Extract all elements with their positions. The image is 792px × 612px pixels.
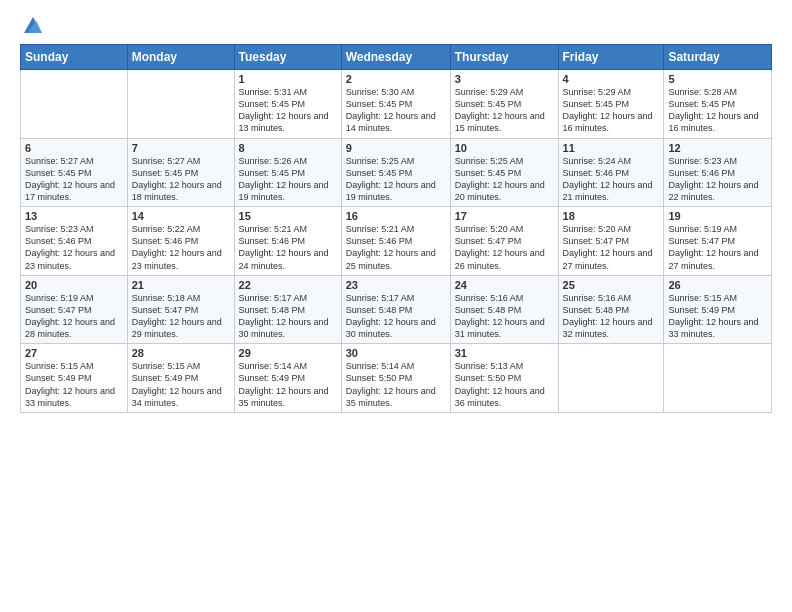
day-info: Sunrise: 5:25 AMSunset: 5:45 PMDaylight:… — [346, 155, 446, 204]
day-number: 6 — [25, 142, 123, 154]
page: SundayMondayTuesdayWednesdayThursdayFrid… — [0, 0, 792, 612]
day-info: Sunrise: 5:25 AMSunset: 5:45 PMDaylight:… — [455, 155, 554, 204]
day-info: Sunrise: 5:29 AMSunset: 5:45 PMDaylight:… — [455, 86, 554, 135]
calendar-cell: 29Sunrise: 5:14 AMSunset: 5:49 PMDayligh… — [234, 344, 341, 413]
day-info: Sunrise: 5:27 AMSunset: 5:45 PMDaylight:… — [25, 155, 123, 204]
calendar-cell: 2Sunrise: 5:30 AMSunset: 5:45 PMDaylight… — [341, 70, 450, 139]
calendar-cell — [664, 344, 772, 413]
calendar-cell — [127, 70, 234, 139]
logo — [20, 16, 42, 34]
day-number: 23 — [346, 279, 446, 291]
weekday-header-sunday: Sunday — [21, 45, 128, 70]
calendar-cell: 1Sunrise: 5:31 AMSunset: 5:45 PMDaylight… — [234, 70, 341, 139]
day-number: 4 — [563, 73, 660, 85]
day-number: 27 — [25, 347, 123, 359]
weekday-header-monday: Monday — [127, 45, 234, 70]
day-number: 28 — [132, 347, 230, 359]
day-info: Sunrise: 5:19 AMSunset: 5:47 PMDaylight:… — [25, 292, 123, 341]
day-info: Sunrise: 5:24 AMSunset: 5:46 PMDaylight:… — [563, 155, 660, 204]
day-number: 8 — [239, 142, 337, 154]
day-info: Sunrise: 5:16 AMSunset: 5:48 PMDaylight:… — [455, 292, 554, 341]
calendar-cell: 27Sunrise: 5:15 AMSunset: 5:49 PMDayligh… — [21, 344, 128, 413]
day-number: 26 — [668, 279, 767, 291]
weekday-header-saturday: Saturday — [664, 45, 772, 70]
calendar-cell: 22Sunrise: 5:17 AMSunset: 5:48 PMDayligh… — [234, 275, 341, 344]
calendar-cell: 8Sunrise: 5:26 AMSunset: 5:45 PMDaylight… — [234, 138, 341, 207]
day-info: Sunrise: 5:21 AMSunset: 5:46 PMDaylight:… — [239, 223, 337, 272]
day-number: 21 — [132, 279, 230, 291]
day-number: 14 — [132, 210, 230, 222]
day-number: 22 — [239, 279, 337, 291]
calendar-cell: 28Sunrise: 5:15 AMSunset: 5:49 PMDayligh… — [127, 344, 234, 413]
day-number: 24 — [455, 279, 554, 291]
weekday-header-friday: Friday — [558, 45, 664, 70]
calendar-cell: 6Sunrise: 5:27 AMSunset: 5:45 PMDaylight… — [21, 138, 128, 207]
calendar-cell: 5Sunrise: 5:28 AMSunset: 5:45 PMDaylight… — [664, 70, 772, 139]
day-info: Sunrise: 5:18 AMSunset: 5:47 PMDaylight:… — [132, 292, 230, 341]
day-number: 3 — [455, 73, 554, 85]
calendar-cell: 30Sunrise: 5:14 AMSunset: 5:50 PMDayligh… — [341, 344, 450, 413]
calendar-week-3: 13Sunrise: 5:23 AMSunset: 5:46 PMDayligh… — [21, 207, 772, 276]
calendar-cell: 13Sunrise: 5:23 AMSunset: 5:46 PMDayligh… — [21, 207, 128, 276]
day-info: Sunrise: 5:26 AMSunset: 5:45 PMDaylight:… — [239, 155, 337, 204]
day-number: 25 — [563, 279, 660, 291]
weekday-header-thursday: Thursday — [450, 45, 558, 70]
day-info: Sunrise: 5:20 AMSunset: 5:47 PMDaylight:… — [455, 223, 554, 272]
header — [20, 16, 772, 34]
calendar-cell: 7Sunrise: 5:27 AMSunset: 5:45 PMDaylight… — [127, 138, 234, 207]
day-number: 2 — [346, 73, 446, 85]
day-info: Sunrise: 5:15 AMSunset: 5:49 PMDaylight:… — [668, 292, 767, 341]
day-info: Sunrise: 5:19 AMSunset: 5:47 PMDaylight:… — [668, 223, 767, 272]
calendar-cell: 9Sunrise: 5:25 AMSunset: 5:45 PMDaylight… — [341, 138, 450, 207]
calendar-cell: 19Sunrise: 5:19 AMSunset: 5:47 PMDayligh… — [664, 207, 772, 276]
day-number: 12 — [668, 142, 767, 154]
calendar-cell — [21, 70, 128, 139]
day-info: Sunrise: 5:23 AMSunset: 5:46 PMDaylight:… — [668, 155, 767, 204]
day-number: 9 — [346, 142, 446, 154]
day-number: 20 — [25, 279, 123, 291]
calendar-cell: 24Sunrise: 5:16 AMSunset: 5:48 PMDayligh… — [450, 275, 558, 344]
calendar-cell: 16Sunrise: 5:21 AMSunset: 5:46 PMDayligh… — [341, 207, 450, 276]
day-info: Sunrise: 5:14 AMSunset: 5:50 PMDaylight:… — [346, 360, 446, 409]
day-number: 29 — [239, 347, 337, 359]
day-info: Sunrise: 5:27 AMSunset: 5:45 PMDaylight:… — [132, 155, 230, 204]
day-info: Sunrise: 5:21 AMSunset: 5:46 PMDaylight:… — [346, 223, 446, 272]
day-info: Sunrise: 5:23 AMSunset: 5:46 PMDaylight:… — [25, 223, 123, 272]
calendar-cell: 15Sunrise: 5:21 AMSunset: 5:46 PMDayligh… — [234, 207, 341, 276]
calendar-cell: 11Sunrise: 5:24 AMSunset: 5:46 PMDayligh… — [558, 138, 664, 207]
day-number: 19 — [668, 210, 767, 222]
day-number: 7 — [132, 142, 230, 154]
calendar-week-5: 27Sunrise: 5:15 AMSunset: 5:49 PMDayligh… — [21, 344, 772, 413]
calendar-cell: 25Sunrise: 5:16 AMSunset: 5:48 PMDayligh… — [558, 275, 664, 344]
calendar-cell: 20Sunrise: 5:19 AMSunset: 5:47 PMDayligh… — [21, 275, 128, 344]
calendar-cell: 4Sunrise: 5:29 AMSunset: 5:45 PMDaylight… — [558, 70, 664, 139]
weekday-header-row: SundayMondayTuesdayWednesdayThursdayFrid… — [21, 45, 772, 70]
day-number: 1 — [239, 73, 337, 85]
calendar-cell: 12Sunrise: 5:23 AMSunset: 5:46 PMDayligh… — [664, 138, 772, 207]
day-info: Sunrise: 5:28 AMSunset: 5:45 PMDaylight:… — [668, 86, 767, 135]
calendar-week-1: 1Sunrise: 5:31 AMSunset: 5:45 PMDaylight… — [21, 70, 772, 139]
day-number: 5 — [668, 73, 767, 85]
calendar-cell: 26Sunrise: 5:15 AMSunset: 5:49 PMDayligh… — [664, 275, 772, 344]
logo-icon — [24, 16, 42, 34]
day-info: Sunrise: 5:30 AMSunset: 5:45 PMDaylight:… — [346, 86, 446, 135]
day-number: 17 — [455, 210, 554, 222]
calendar-cell: 21Sunrise: 5:18 AMSunset: 5:47 PMDayligh… — [127, 275, 234, 344]
day-number: 11 — [563, 142, 660, 154]
calendar-cell: 31Sunrise: 5:13 AMSunset: 5:50 PMDayligh… — [450, 344, 558, 413]
calendar-cell: 10Sunrise: 5:25 AMSunset: 5:45 PMDayligh… — [450, 138, 558, 207]
day-info: Sunrise: 5:13 AMSunset: 5:50 PMDaylight:… — [455, 360, 554, 409]
day-info: Sunrise: 5:15 AMSunset: 5:49 PMDaylight:… — [132, 360, 230, 409]
day-info: Sunrise: 5:17 AMSunset: 5:48 PMDaylight:… — [239, 292, 337, 341]
day-info: Sunrise: 5:22 AMSunset: 5:46 PMDaylight:… — [132, 223, 230, 272]
calendar-cell: 18Sunrise: 5:20 AMSunset: 5:47 PMDayligh… — [558, 207, 664, 276]
calendar-cell: 14Sunrise: 5:22 AMSunset: 5:46 PMDayligh… — [127, 207, 234, 276]
day-info: Sunrise: 5:17 AMSunset: 5:48 PMDaylight:… — [346, 292, 446, 341]
calendar-table: SundayMondayTuesdayWednesdayThursdayFrid… — [20, 44, 772, 413]
day-number: 31 — [455, 347, 554, 359]
day-info: Sunrise: 5:29 AMSunset: 5:45 PMDaylight:… — [563, 86, 660, 135]
day-number: 18 — [563, 210, 660, 222]
calendar-week-4: 20Sunrise: 5:19 AMSunset: 5:47 PMDayligh… — [21, 275, 772, 344]
weekday-header-tuesday: Tuesday — [234, 45, 341, 70]
day-number: 10 — [455, 142, 554, 154]
